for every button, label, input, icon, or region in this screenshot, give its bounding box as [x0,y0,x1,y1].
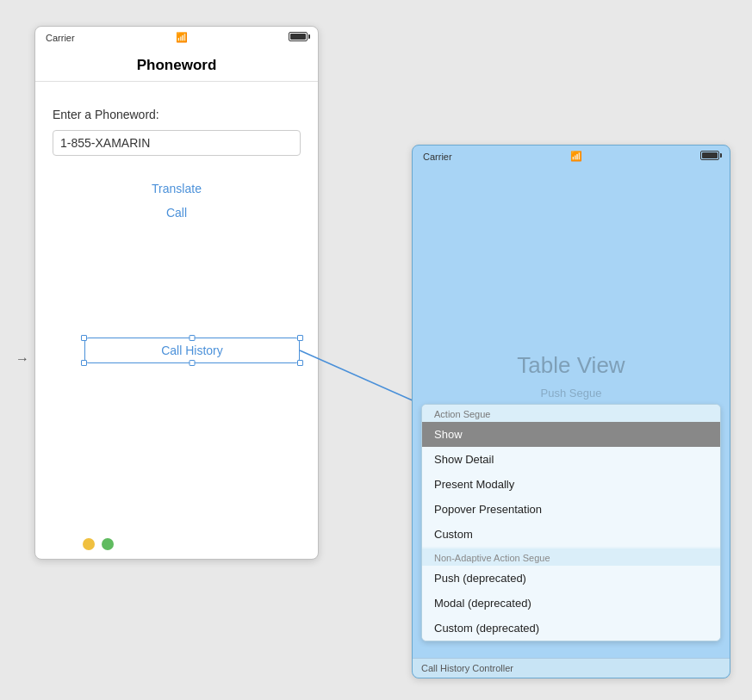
left-nav-title: Phoneword [137,57,217,73]
dropdown-item-show[interactable]: Show [422,422,720,447]
handle-tl [81,335,87,341]
dropdown-item-present-modally[interactable]: Present Modally [422,472,720,497]
push-segue-label: Push Segue [413,387,730,400]
left-status-bar: Carrier 📶 [35,27,318,48]
left-iphone-frame: Carrier 📶 Phoneword Enter a Phoneword: 1… [34,26,319,560]
dropdown-item-custom-deprecated[interactable]: Custom (deprecated) [422,616,720,641]
handle-bc [190,360,196,366]
call-history-button-container: Call History [84,338,300,363]
left-battery-icon [289,32,308,43]
non-adaptive-header: Non-Adaptive Action Segue [422,548,720,566]
right-battery-icon [700,151,719,162]
table-view-label: Table View [413,352,730,379]
frame-footer-label: Call History Controller [413,658,730,678]
phoneword-input[interactable]: 1-855-XAMARIN [53,130,301,156]
right-status-bar: Carrier 📶 [413,146,730,167]
handle-tc [190,335,196,341]
action-segue-header: Action Segue [422,405,720,422]
dropdown-item-modal[interactable]: Modal (deprecated) [422,591,720,616]
handle-bl [81,360,87,366]
segue-dropdown: Action Segue Show Show Detail Present Mo… [421,404,721,641]
right-iphone-frame: Carrier 📶 Table View Push Segue Action S… [412,145,730,678]
phone-content: Enter a Phoneword: 1-855-XAMARIN Transla… [35,82,318,247]
dropdown-item-custom[interactable]: Custom [422,522,720,547]
translate-button[interactable]: Translate [53,182,301,195]
call-button[interactable]: Call [53,206,301,220]
green-circle-icon [102,538,114,550]
left-carrier-label: Carrier [46,33,75,43]
right-carrier-label: Carrier [423,152,452,162]
handle-tr [297,335,303,341]
right-wifi-icon: 📶 [570,151,582,162]
yellow-circle-icon [83,538,95,550]
dropdown-item-push[interactable]: Push (deprecated) [422,566,720,591]
left-wifi-icon: 📶 [176,32,188,43]
left-nav-bar: Phoneword [35,48,318,82]
dropdown-item-popover[interactable]: Popover Presentation [422,497,720,522]
segue-arrow: → [16,351,29,367]
handle-br [297,360,303,366]
bottom-icons [83,538,114,550]
dropdown-item-show-detail[interactable]: Show Detail [422,447,720,472]
enter-phoneword-label: Enter a Phoneword: [53,108,301,121]
